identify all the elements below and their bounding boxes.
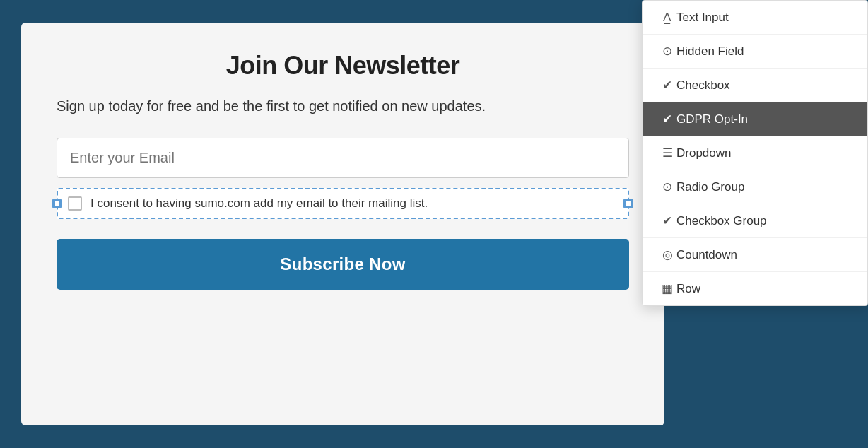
menu-label-radio-group: Radio Group (676, 180, 852, 194)
newsletter-card: Join Our Newsletter Sign up today for fr… (21, 23, 664, 425)
email-input-wrapper[interactable] (57, 138, 629, 178)
hidden-field-icon: ⊙ (658, 44, 676, 59)
menu-item-radio-group[interactable]: ⊙Radio Group (643, 170, 867, 204)
menu-label-dropdown: Dropdown (676, 146, 852, 160)
menu-item-gdpr-opt-in[interactable]: ✔GDPR Opt-In (643, 102, 867, 136)
email-input[interactable] (70, 150, 616, 166)
menu-item-text-input[interactable]: A̲Text Input (643, 1, 867, 35)
menu-item-checkbox[interactable]: ✔Checkbox (643, 69, 867, 102)
row-icon: ▦ (658, 281, 676, 296)
card-title: Join Our Newsletter (57, 51, 629, 81)
menu-label-countdown: Countdown (676, 248, 852, 262)
menu-item-dropdown[interactable]: ☰Dropdown (643, 136, 867, 170)
gdpr-row: I consent to having sumo.com add my emai… (57, 188, 629, 219)
countdown-icon: ◎ (658, 247, 676, 262)
gdpr-checkbox[interactable] (68, 196, 82, 211)
menu-label-row: Row (676, 282, 852, 296)
menu-item-hidden-field[interactable]: ⊙Hidden Field (643, 35, 867, 69)
checkbox-icon: ✔ (658, 78, 676, 93)
gdpr-handle-left[interactable] (52, 199, 62, 208)
menu-label-hidden-field: Hidden Field (676, 45, 852, 59)
menu-item-row[interactable]: ▦Row (643, 272, 867, 305)
checkbox-group-icon: ✔ (658, 213, 676, 228)
menu-item-countdown[interactable]: ◎Countdown (643, 238, 867, 272)
gdpr-handle-right[interactable] (623, 199, 633, 208)
menu-label-text-input: Text Input (676, 11, 852, 25)
menu-item-checkbox-group[interactable]: ✔Checkbox Group (643, 204, 867, 238)
gdpr-label: I consent to having sumo.com add my emai… (90, 196, 428, 211)
menu-label-gdpr-opt-in: GDPR Opt-In (676, 112, 852, 126)
text-input-icon: A̲ (658, 10, 676, 25)
radio-group-icon: ⊙ (658, 179, 676, 194)
main-area: Join Our Newsletter Sign up today for fr… (0, 0, 868, 448)
gdpr-icon: ✔ (658, 112, 676, 126)
menu-label-checkbox: Checkbox (676, 78, 852, 93)
card-description: Sign up today for free and be the first … (57, 96, 629, 117)
menu-label-checkbox-group: Checkbox Group (676, 214, 852, 228)
subscribe-button[interactable]: Subscribe Now (57, 239, 629, 290)
dropdown-icon: ☰ (658, 146, 676, 160)
dropdown-menu: A̲Text Input⊙Hidden Field✔Checkbox✔GDPR … (642, 0, 868, 306)
